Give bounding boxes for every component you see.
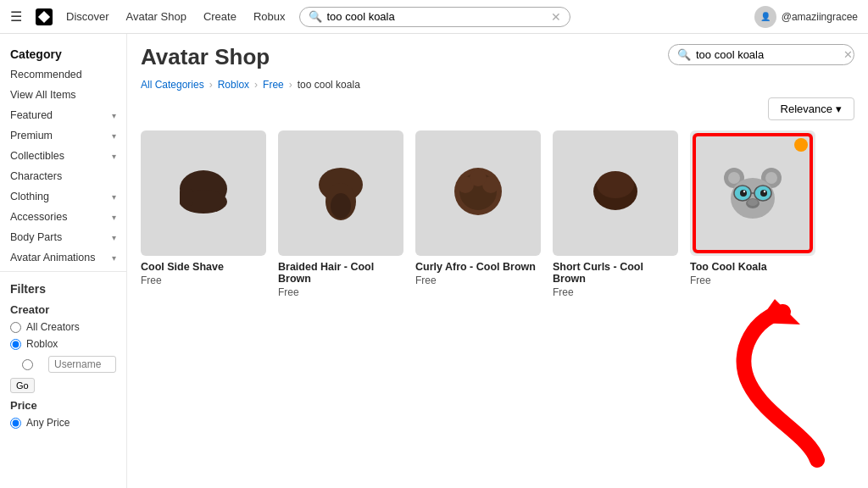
filter-roblox[interactable]: Roblox [0, 336, 126, 352]
search-icon: 🔍 [677, 48, 691, 61]
product-card-1[interactable]: Braided Hair - Cool Brown Free [278, 130, 403, 298]
hair-braided-icon [307, 159, 375, 227]
product-thumbnail-3 [553, 130, 678, 256]
breadcrumb-roblox[interactable]: Roblox [218, 79, 249, 91]
price-filter-title: Price [0, 395, 126, 414]
chevron-down-icon: ▾ [112, 192, 116, 202]
breadcrumb-separator: › [254, 79, 258, 91]
sidebar-item-clothing[interactable]: Clothing ▾ [0, 186, 126, 207]
product-name-0: Cool Side Shave [141, 261, 266, 273]
username-label: @amaziingracee [782, 11, 858, 23]
nav-create[interactable]: Create [203, 10, 236, 23]
sidebar-item-label: Recommended [10, 69, 82, 80]
sort-label: Relevance [781, 103, 832, 115]
svg-point-25 [764, 191, 765, 192]
product-grid: Cool Side Shave Free Braided Hair - Cool… [141, 130, 854, 298]
sidebar-item-accessories[interactable]: Accessories ▾ [0, 207, 126, 227]
chevron-down-icon: ▾ [112, 131, 116, 141]
nav-search-input[interactable] [327, 10, 546, 23]
svg-point-18 [765, 172, 777, 184]
roblox-logo[interactable] [36, 8, 53, 25]
breadcrumb-all-categories[interactable]: All Categories [141, 79, 204, 91]
filter-all-creators-radio[interactable] [10, 322, 21, 333]
search-icon: 🔍 [309, 10, 322, 23]
chevron-down-icon: ▾ [112, 111, 116, 120]
nav-robux[interactable]: Robux [253, 10, 286, 23]
sidebar-item-recommended[interactable]: Recommended [0, 64, 126, 85]
sidebar-item-view-all[interactable]: View All Items [0, 85, 126, 105]
svg-point-17 [728, 172, 740, 184]
product-price-0: Free [141, 274, 266, 286]
sidebar-item-label: Characters [10, 170, 62, 182]
nav-avatar-shop[interactable]: Avatar Shop [126, 10, 186, 23]
product-thumbnail-1 [278, 130, 403, 256]
svg-point-28 [748, 199, 758, 206]
product-thumbnail-2 [415, 130, 541, 256]
product-thumbnail-0 [141, 130, 266, 256]
product-card-3[interactable]: Short Curls - Cool Brown Free [553, 130, 678, 298]
sidebar-item-label: Accessories [10, 211, 67, 223]
filter-username-wrap [0, 352, 126, 376]
product-card-0[interactable]: Cool Side Shave Free [141, 130, 266, 298]
sidebar-item-characters[interactable]: Characters [0, 166, 126, 186]
sort-button[interactable]: Relevance ▾ [768, 97, 854, 120]
svg-marker-29 [758, 299, 800, 324]
category-title: Category [0, 41, 126, 64]
filter-roblox-radio[interactable] [10, 339, 21, 350]
chevron-down-icon: ▾ [112, 233, 116, 242]
breadcrumb-separator: › [289, 79, 292, 91]
filter-username-radio[interactable] [10, 359, 45, 370]
sidebar-item-label: Avatar Animations [10, 252, 96, 263]
username-input[interactable] [48, 356, 116, 373]
product-card-4[interactable]: Too Cool Koala Free [690, 130, 815, 298]
product-name-2: Curly Afro - Cool Brown [415, 261, 541, 273]
chevron-down-icon: ▾ [112, 213, 116, 222]
sidebar-item-label: Premium [10, 130, 53, 141]
filter-any-price-label: Any Price [26, 417, 70, 429]
content-search-input[interactable] [696, 48, 838, 61]
avatar: 👤 [754, 6, 776, 28]
product-card-2[interactable]: Curly Afro - Cool Brown Free [415, 130, 541, 298]
top-nav: ☰ Discover Avatar Shop Create Robux 🔍 ✕ … [0, 0, 868, 34]
breadcrumb-current: too cool koala [298, 79, 360, 91]
product-name-4: Too Cool Koala [690, 261, 815, 273]
sidebar-item-body-parts[interactable]: Body Parts ▾ [0, 227, 126, 247]
user-menu[interactable]: 👤 @amaziingracee [754, 6, 858, 28]
nav-search-bar: 🔍 ✕ [299, 7, 570, 27]
nav-search-clear-icon[interactable]: ✕ [551, 10, 561, 24]
arrow-icon [707, 299, 843, 469]
filter-any-price-radio[interactable] [10, 418, 21, 429]
sidebar-item-collectibles[interactable]: Collectibles ▾ [0, 146, 126, 166]
go-button[interactable]: Go [10, 378, 35, 393]
sidebar: Category Recommended View All Items Feat… [0, 34, 127, 488]
svg-point-22 [740, 190, 747, 197]
nav-discover[interactable]: Discover [66, 10, 109, 23]
sidebar-item-label: Body Parts [10, 231, 62, 243]
sidebar-item-label: Clothing [10, 191, 49, 202]
breadcrumb-free[interactable]: Free [263, 79, 284, 91]
hair-side-icon [170, 159, 237, 227]
hair-short-icon [581, 159, 649, 227]
sidebar-item-label: Collectibles [10, 150, 64, 162]
breadcrumb: All Categories › Roblox › Free › too coo… [141, 79, 854, 91]
content-search-clear-icon[interactable]: ✕ [843, 48, 853, 61]
sidebar-item-label: View All Items [10, 89, 76, 101]
svg-point-10 [470, 169, 487, 186]
chevron-down-icon: ▾ [112, 253, 116, 263]
sidebar-item-premium[interactable]: Premium ▾ [0, 125, 126, 146]
badge-icon [794, 138, 808, 152]
chevron-down-icon: ▾ [836, 103, 842, 115]
sidebar-item-featured[interactable]: Featured ▾ [0, 105, 126, 125]
product-price-1: Free [278, 286, 403, 298]
product-name-1: Braided Hair - Cool Brown [278, 261, 403, 285]
filter-all-creators[interactable]: All Creators [0, 319, 126, 336]
sidebar-item-avatar-animations[interactable]: Avatar Animations ▾ [0, 247, 126, 268]
svg-point-5 [331, 193, 351, 219]
hamburger-icon[interactable]: ☰ [10, 8, 22, 25]
svg-rect-2 [180, 189, 193, 206]
sidebar-item-label: Featured [10, 109, 53, 121]
filter-any-price[interactable]: Any Price [0, 414, 126, 431]
breadcrumb-separator: › [209, 79, 213, 91]
content-area: Avatar Shop 🔍 ✕ All Categories › Roblox … [127, 34, 868, 488]
creator-filter-title: Creator [0, 299, 126, 319]
